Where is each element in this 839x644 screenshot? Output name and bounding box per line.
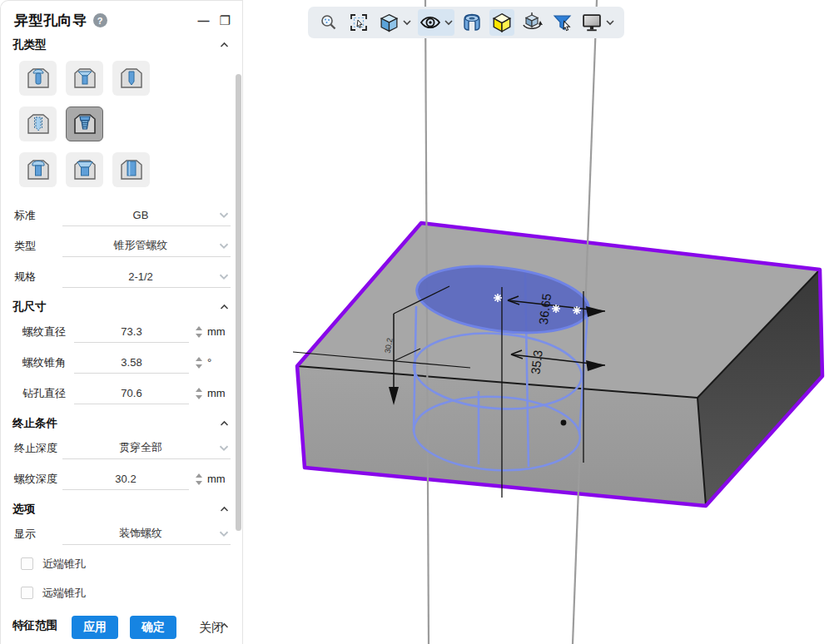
restore-icon[interactable]: ❐: [220, 14, 231, 27]
panel-titlebar: 异型孔向导 ? — ❐: [1, 1, 242, 30]
spec-select[interactable]: 2-1/2: [62, 265, 231, 288]
hole-type-counterbore[interactable]: [19, 61, 57, 96]
display-label: 显示: [14, 527, 62, 542]
hole-type-grid: [1, 54, 242, 200]
drill-dia-label: 钻孔直径: [22, 386, 74, 401]
hole-type-countersink[interactable]: [66, 61, 103, 96]
pick-frame-icon: [349, 12, 369, 32]
panel-scrollbar-thumb[interactable]: [236, 74, 241, 531]
thread-dia-spinner[interactable]: [195, 326, 203, 338]
monitor-icon: [581, 12, 603, 32]
app-window: 36.65 35.3 30.2: [0, 0, 839, 644]
slot-hole-icon: [118, 157, 145, 182]
pipe-tap-hole-icon: [72, 111, 98, 136]
sketch-point[interactable]: [561, 420, 567, 426]
hole-type-counterbore-slot[interactable]: [19, 152, 57, 187]
thread-depth-spinner[interactable]: [195, 473, 203, 485]
display-style-button[interactable]: [418, 9, 443, 36]
magnifier-icon: [319, 12, 339, 32]
options-label: 选项: [12, 502, 35, 517]
view-orientation-button[interactable]: [376, 9, 401, 36]
help-icon[interactable]: ?: [93, 13, 107, 27]
view-toolbar: [308, 7, 624, 38]
screen-display-button[interactable]: [579, 9, 604, 36]
tapped-hole-icon: [25, 111, 52, 136]
hole-type-slot[interactable]: [112, 152, 150, 187]
taper-angle-label: 螺纹锥角: [22, 355, 74, 370]
hole-wizard-panel: 异型孔向导 ? — ❐ 孔类型: [0, 0, 243, 644]
model-block[interactable]: [297, 223, 822, 506]
hole-type-countersink-slot[interactable]: [66, 152, 103, 187]
thread-depth-label: 螺纹深度: [14, 472, 62, 487]
taper-angle-spinner[interactable]: [195, 357, 203, 369]
taper-angle-row: 螺纹锥角 °: [1, 347, 242, 378]
chevron-down-icon: [219, 530, 229, 537]
dim-label-35-3[interactable]: 35.3: [528, 349, 544, 375]
standard-value: GB: [62, 209, 219, 221]
standard-select[interactable]: GB: [62, 204, 231, 226]
panel-footer: 应用 确定 关闭: [1, 616, 242, 639]
spec-label: 规格: [14, 270, 62, 285]
termination-label: 终止条件: [12, 416, 57, 431]
display-style-chevron[interactable]: [443, 19, 454, 26]
rotate-view-button[interactable]: [519, 9, 544, 36]
section-hole-type: 孔类型: [1, 30, 242, 54]
section-hole-size: 孔尺寸: [1, 292, 242, 316]
near-cone-row: 近端锥孔: [1, 549, 242, 578]
view-orientation-chevron[interactable]: [401, 19, 413, 26]
far-cone-checkbox[interactable]: [21, 587, 33, 599]
collapse-chevron-icon[interactable]: [220, 420, 229, 427]
screen-display-chevron[interactable]: [604, 19, 616, 26]
apply-button[interactable]: 应用: [72, 616, 118, 639]
end-condition-row: 终止深度 贯穿全部: [1, 433, 242, 463]
selection-frame-button[interactable]: [346, 9, 371, 36]
hole-type-drilled[interactable]: [112, 61, 150, 96]
drill-dia-input[interactable]: [74, 382, 189, 404]
drill-dia-spinner[interactable]: [195, 388, 203, 399]
thread-dia-row: 螺纹直径 mm: [1, 316, 242, 347]
chevron-down-icon: [219, 242, 229, 250]
display-select[interactable]: 装饰螺纹: [62, 523, 231, 545]
hole-size-label: 孔尺寸: [12, 300, 47, 315]
drill-dia-row: 钻孔直径 mm: [1, 378, 242, 409]
countersink-hole-icon: [72, 66, 98, 91]
countersink-slot-icon: [72, 157, 98, 182]
type-select[interactable]: 锥形管螺纹: [62, 235, 231, 257]
hole-type-tapped[interactable]: [19, 107, 57, 141]
hole-type-pipe-tap[interactable]: [66, 107, 103, 141]
chevron-down-icon: [444, 19, 453, 26]
chevron-down-icon: [219, 444, 229, 452]
panel-title: 异型孔向导: [14, 11, 87, 30]
thread-depth-unit: mm: [207, 473, 231, 485]
isolate-button[interactable]: [489, 9, 514, 36]
collapse-chevron-icon[interactable]: [220, 42, 229, 48]
standard-label: 标准: [14, 208, 62, 223]
standard-row: 标准 GB: [1, 200, 242, 230]
thread-depth-input[interactable]: [62, 468, 189, 489]
counterbore-slot-icon: [25, 157, 52, 182]
spec-value: 2-1/2: [62, 270, 219, 283]
thread-dia-input[interactable]: [74, 320, 189, 342]
close-button[interactable]: 关闭: [199, 620, 224, 636]
collapse-chevron-icon[interactable]: [220, 506, 229, 513]
near-cone-label: 近端锥孔: [42, 557, 86, 572]
taper-angle-input[interactable]: [74, 351, 189, 373]
minimize-icon[interactable]: —: [198, 15, 210, 27]
thread-dia-unit: mm: [207, 325, 231, 338]
taper-angle-unit: °: [207, 356, 231, 369]
near-cone-checkbox[interactable]: [21, 557, 33, 570]
end-condition-label: 终止深度: [14, 441, 62, 456]
chevron-down-icon: [403, 19, 411, 26]
chevron-down-icon: [219, 211, 229, 219]
end-condition-select[interactable]: 贯穿全部: [62, 437, 231, 459]
zoom-to-area-button[interactable]: [316, 9, 341, 36]
collapse-chevron-icon[interactable]: [220, 304, 229, 310]
type-row: 类型 锥形管螺纹: [1, 230, 242, 261]
hole-preview-button[interactable]: [459, 9, 484, 36]
selection-filter-button[interactable]: [549, 9, 574, 36]
ok-button[interactable]: 确定: [130, 616, 176, 639]
far-cone-label: 远端锥孔: [42, 586, 86, 601]
hole-ring-icon: [461, 12, 483, 33]
eye-icon: [419, 12, 442, 32]
thread-depth-row: 螺纹深度 mm: [1, 463, 242, 494]
